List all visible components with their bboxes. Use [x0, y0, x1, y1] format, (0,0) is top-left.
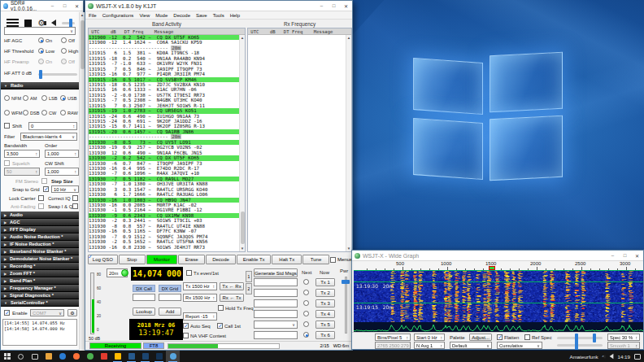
- menu-view[interactable]: View: [139, 13, 150, 18]
- rx-freq-spinner[interactable]: Rx 1500 Hz: [183, 294, 217, 302]
- tx-even-checkbox[interactable]: [186, 270, 192, 276]
- app-icon-4[interactable]: [152, 351, 166, 362]
- tune-button[interactable]: Tune: [302, 255, 329, 264]
- gain-slider-handle2[interactable]: [593, 334, 596, 342]
- flatten-checkbox[interactable]: [497, 334, 503, 340]
- rx-frequency-list[interactable]: [248, 35, 346, 251]
- section-audio-noise-reduction-[interactable]: ▶Audio Noise Reduction *: [1, 233, 79, 241]
- maximize-button[interactable]: □: [59, 1, 71, 11]
- close-button[interactable]: ✕: [71, 1, 83, 11]
- scroll-up-icon[interactable]: ▲: [346, 35, 351, 41]
- step-size-dropdown[interactable]: 10 Hz: [51, 185, 79, 193]
- com-port-dropdown[interactable]: COM7: [30, 309, 64, 316]
- menu-file[interactable]: File: [89, 13, 97, 18]
- section-signal-diagnostics-[interactable]: ▶Signal Diagnostics *: [1, 292, 79, 299]
- waterfall-display[interactable]: [354, 270, 643, 334]
- file-explorer-icon[interactable]: [41, 351, 55, 362]
- pwr-slider-handle[interactable]: [342, 280, 350, 284]
- snap-to-grid-checkbox[interactable]: [43, 186, 49, 192]
- shift-value[interactable]: 0: [28, 122, 77, 130]
- close-button[interactable]: ✕: [340, 1, 352, 11]
- tx-message-field-1[interactable]: [254, 278, 298, 286]
- volume-slider[interactable]: [62, 22, 75, 24]
- decode-button[interactable]: Decode: [206, 255, 236, 264]
- hf-preamp-off-radio[interactable]: [61, 59, 67, 64]
- tx-3-button[interactable]: Tx 3: [315, 299, 335, 307]
- clock[interactable]: 14:19: [618, 354, 630, 360]
- section-zoom-fft-[interactable]: ▶Zoom FFT *: [1, 270, 79, 277]
- task-view-button[interactable]: [28, 351, 41, 362]
- menu-mode[interactable]: Mode: [155, 13, 168, 18]
- gain-slider[interactable]: [557, 337, 603, 339]
- ref-spec-checkbox[interactable]: [524, 334, 530, 340]
- section-radio[interactable]: ▼ Radio: [1, 82, 79, 89]
- minimize-button[interactable]: –: [46, 1, 59, 11]
- scroll-down-icon[interactable]: ▼: [240, 246, 245, 251]
- section-band-plan-[interactable]: ▶Band Plan *: [1, 277, 79, 285]
- filter-dropdown[interactable]: Blackman-Harris 4: [20, 133, 77, 141]
- input-language-label[interactable]: Amateurfunk: [570, 354, 598, 360]
- minimize-button[interactable]: –: [607, 251, 619, 260]
- tx-4-button[interactable]: Tx 4: [315, 310, 335, 318]
- report-spinner[interactable]: Report -15: [183, 312, 217, 321]
- squelch-checkbox[interactable]: [4, 160, 10, 166]
- maximize-button[interactable]: □: [328, 1, 340, 11]
- mode-radio-usb[interactable]: [60, 95, 66, 101]
- tx-freq-spinner[interactable]: Tx 1500 Hz: [183, 282, 217, 290]
- start-hz-spinner[interactable]: Start 0 Hz: [414, 334, 445, 341]
- wsjtx-taskbar-icon[interactable]: [166, 351, 180, 362]
- serial-enable-checkbox[interactable]: [4, 310, 10, 316]
- menu-tools[interactable]: Tools: [213, 13, 224, 18]
- na-vhf-checkbox[interactable]: [183, 333, 189, 338]
- squelch-value[interactable]: 50: [4, 168, 40, 176]
- section-if-noise-reduction-[interactable]: ▶IF Noise Reduction *: [1, 241, 79, 248]
- section-fft-display[interactable]: ▶FFT Display: [1, 226, 79, 233]
- tx-next-radio-5[interactable]: [303, 321, 309, 327]
- tx-message-field-6[interactable]: [254, 331, 298, 339]
- bins-pixel-spinner[interactable]: Bins/Pixel 5: [375, 334, 411, 341]
- hold-tx-checkbox[interactable]: [218, 305, 224, 311]
- tx-message-field-3[interactable]: [254, 299, 298, 307]
- edge-icon[interactable]: [55, 351, 69, 362]
- menu-save[interactable]: Save: [196, 13, 207, 18]
- decode-row[interactable]: 131930 -16 0.8 2330 ~ SO1WS JE4HJT RR73: [89, 245, 240, 250]
- mode-radio-wfm[interactable]: [4, 110, 10, 116]
- tx-2-button[interactable]: Tx 2: [315, 289, 335, 297]
- tx-next-radio-6[interactable]: [303, 332, 309, 338]
- section-audio[interactable]: ▶Audio: [1, 212, 79, 219]
- section-demodulator-noise-blanker-[interactable]: ▶Demodulator Noise Blanker *: [1, 255, 79, 263]
- lock-carrier-checkbox[interactable]: [38, 195, 44, 201]
- band-activity-list[interactable]: 131900 -12 0.2 542 ~ CQ DX UT5F KO651319…: [89, 35, 240, 251]
- menu-decode[interactable]: Decode: [173, 13, 190, 18]
- hf-agc-off-radio[interactable]: [61, 37, 67, 43]
- tx-5-button[interactable]: Tx 5: [315, 321, 335, 329]
- erase-button[interactable]: Erase: [178, 255, 205, 264]
- menu-icon[interactable]: [7, 19, 19, 28]
- menus-toggle[interactable]: Menus: [330, 257, 352, 263]
- band-activity-scrollbar[interactable]: ▲ ▼: [239, 35, 245, 251]
- message-tab-1[interactable]: 1: [246, 271, 252, 282]
- order-value[interactable]: 1,000: [45, 150, 79, 158]
- mode-radio-am[interactable]: [23, 95, 28, 101]
- correct-iq-checkbox[interactable]: [72, 195, 78, 201]
- sdr-titlebar[interactable]: SDR# v1.0.0.16... – □ ✕: [1, 1, 83, 11]
- auto-seq-checkbox[interactable]: [183, 323, 189, 329]
- hf-att-slider-handle[interactable]: [39, 70, 42, 79]
- dx-grid-input[interactable]: [159, 294, 181, 301]
- tx-message-field-2[interactable]: [254, 289, 298, 297]
- zero-slider-handle[interactable]: [575, 341, 578, 350]
- wsjtx-titlebar[interactable]: WSJT-X v1.8.0 by K1JT – □ ✕: [85, 1, 352, 11]
- menu-help[interactable]: Help: [230, 13, 240, 18]
- section-frequency-manager-[interactable]: ▶Frequency Manager *: [1, 285, 79, 292]
- serial-settings-button[interactable]: ⚙: [67, 309, 77, 316]
- smooth-spinner[interactable]: Smooth 1: [607, 342, 640, 349]
- volume-slider-handle[interactable]: [69, 19, 72, 28]
- monitor-button[interactable]: Monitor: [146, 255, 178, 264]
- scroll-up-icon[interactable]: ▲: [240, 35, 245, 41]
- mode-radio-dsb[interactable]: [23, 110, 28, 116]
- section-baseband-noise-blanker-[interactable]: ▶Baseband Noise Blanker *: [1, 248, 79, 255]
- tx-message-field-4[interactable]: [254, 310, 298, 318]
- section-agc[interactable]: ▶AGC: [1, 219, 79, 226]
- tx-message-field-5[interactable]: [254, 321, 298, 329]
- stop-icon[interactable]: [24, 20, 32, 27]
